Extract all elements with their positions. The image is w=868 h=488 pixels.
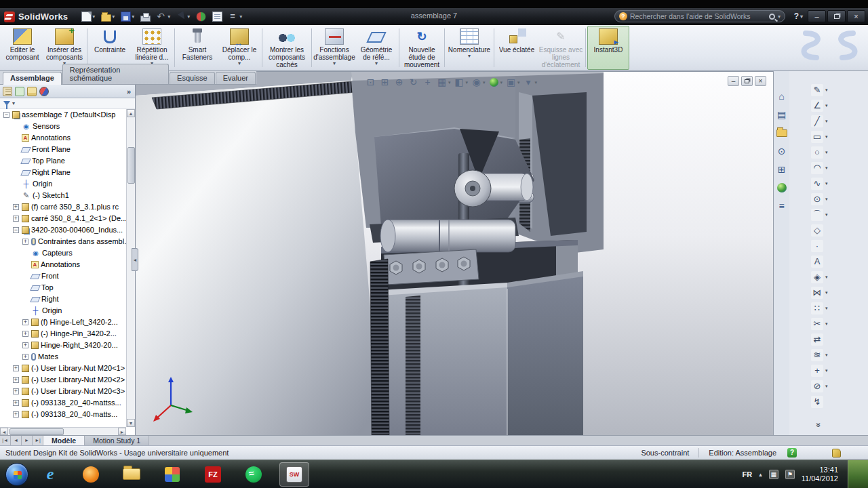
tree-item[interactable]: +Hinge-Right_3420-20... xyxy=(0,340,126,351)
expand-icon[interactable]: + xyxy=(13,377,19,383)
toolbar-more-button[interactable]: » xyxy=(814,423,823,428)
trim-entities-button[interactable]: ✂▾ xyxy=(811,317,828,331)
tree-item[interactable]: ✎(-) Sketch1 xyxy=(0,190,126,201)
expand-icon[interactable]: + xyxy=(13,400,19,406)
tree-item[interactable]: −assemblage 7 (Default<Disp xyxy=(0,109,126,121)
circle-button[interactable]: ○▾ xyxy=(811,146,828,159)
tab-assemblage[interactable]: Assemblage xyxy=(3,72,62,85)
filezilla-taskbar-button[interactable]: FZ xyxy=(198,462,228,487)
panel-overflow-button[interactable]: » xyxy=(127,87,132,96)
view-settings-button[interactable]: ▾▾ xyxy=(523,77,538,88)
edit-appearance-button[interactable]: ▾ xyxy=(488,77,503,88)
tab-scroll-last-button[interactable]: ►| xyxy=(33,436,43,445)
file-explorer-icon[interactable] xyxy=(776,127,788,139)
tree-item[interactable]: Front xyxy=(0,270,126,282)
arc-button[interactable]: ◠▾ xyxy=(811,161,828,175)
view-palette-icon[interactable]: ⊞ xyxy=(776,163,788,176)
model-3d-view[interactable] xyxy=(136,72,773,435)
scrollbar-thumb[interactable] xyxy=(127,147,135,184)
hide-show-items-button[interactable]: ◉▾ xyxy=(471,77,486,88)
motion-study-button[interactable]: Nouvelle étude de mouvement xyxy=(401,26,443,70)
tree-item[interactable]: Top Plane xyxy=(0,155,126,167)
tray-network-icon[interactable]: ▦ xyxy=(769,470,778,479)
assembly-features-button[interactable]: Fonctions d'assemblage▾ xyxy=(313,26,355,70)
display-style-button[interactable]: ◧▾ xyxy=(454,77,469,88)
document-close-button[interactable]: × xyxy=(755,76,766,86)
expand-icon[interactable]: + xyxy=(13,365,19,371)
taskbar-clock[interactable]: 13:41 11/04/2012 xyxy=(802,466,838,483)
tree-item[interactable]: ◉Sensors xyxy=(0,121,126,132)
expand-icon[interactable]: + xyxy=(22,342,28,348)
solidworks-taskbar-button[interactable]: SW xyxy=(279,462,309,487)
search-dropdown-arrow-icon[interactable]: ▾ xyxy=(778,14,781,20)
media-app-taskbar-button[interactable] xyxy=(157,462,187,487)
search-icon[interactable]: ⊙ xyxy=(776,145,788,157)
document-restore-button[interactable] xyxy=(741,76,753,86)
featuremanager-tree-icon[interactable] xyxy=(3,87,12,96)
sketch-button[interactable]: ✎▾ xyxy=(811,83,828,97)
propertymanager-icon[interactable] xyxy=(15,87,24,96)
move-component-button[interactable]: Déplacer le comp...▾ xyxy=(218,26,260,70)
tray-action-center-icon[interactable]: ⚑ xyxy=(785,470,795,479)
print-button[interactable] xyxy=(139,12,152,22)
repair-sketch-button[interactable]: ↯ xyxy=(811,395,828,409)
move-entities-button[interactable]: +▾ xyxy=(811,364,828,378)
collapse-icon[interactable]: − xyxy=(13,227,19,233)
tree-item[interactable]: AAnnotations xyxy=(0,132,126,144)
new-document-button[interactable]: ▾ xyxy=(80,11,96,22)
tree-item[interactable]: ◉Capteurs xyxy=(0,247,126,259)
show-desktop-button[interactable] xyxy=(848,460,868,488)
restore-button[interactable] xyxy=(827,10,846,22)
reference-geometry-button[interactable]: Géométrie de réfé...▾ xyxy=(355,26,397,70)
tray-expand-icon[interactable]: ▴ xyxy=(759,471,762,478)
tree-item[interactable]: +(-) User Library-Nut M20<2> xyxy=(0,374,126,386)
expand-icon[interactable]: + xyxy=(13,411,19,418)
expand-icon[interactable]: + xyxy=(13,388,19,394)
tag-icon[interactable] xyxy=(832,449,841,458)
configurationmanager-icon[interactable] xyxy=(27,87,37,96)
internet-explorer-taskbar-button[interactable]: e xyxy=(35,462,65,487)
ellipse-button[interactable]: ⊙▾ xyxy=(811,192,828,206)
polygon-button[interactable]: ◇ xyxy=(811,224,828,237)
model-tab-mod-le[interactable]: Modèle xyxy=(43,436,85,445)
tree-item[interactable]: +(-) Hinge-Pin_3420-2... xyxy=(0,328,126,340)
tree-item[interactable]: ┼Origin xyxy=(0,178,126,190)
tree-item[interactable]: AAnnotations xyxy=(0,259,126,270)
close-button[interactable]: × xyxy=(847,10,865,22)
graphics-viewport[interactable]: ⊡⊞⊕↻+▦▾◧▾◉▾▾▣▾▾▾ – × xyxy=(136,71,773,435)
solidworks-resources-icon[interactable]: ⌂ xyxy=(776,90,788,102)
model-tab-motion-study-1[interactable]: Motion Study 1 xyxy=(85,436,149,445)
help-search-box[interactable]: ? ▾ xyxy=(614,10,785,22)
save-button[interactable]: ▾ xyxy=(119,11,136,22)
tree-item[interactable]: +(f) carré 350_8_3.1.plus rc xyxy=(0,201,126,213)
tree-item[interactable]: +Contraintes dans assembl... xyxy=(0,236,126,247)
options-button[interactable]: ▾ xyxy=(227,11,243,22)
tree-item[interactable]: +Mates xyxy=(0,351,126,363)
view-orientation-button[interactable]: ▦▾ xyxy=(436,77,451,88)
language-indicator[interactable]: FR xyxy=(743,470,753,479)
tree-item[interactable]: +(-) User Library-Nut M20<1> xyxy=(0,363,126,374)
expand-icon[interactable]: + xyxy=(13,216,19,222)
plane-button[interactable]: ◈▾ xyxy=(811,270,828,284)
firefox-taskbar-button[interactable] xyxy=(76,462,106,487)
offset-entities-button[interactable]: ≋▾ xyxy=(811,348,828,362)
edit-component-button[interactable]: Editer le composant xyxy=(1,26,43,70)
exploded-view-button[interactable]: Vue éclatée xyxy=(496,26,538,70)
expand-icon[interactable]: + xyxy=(22,239,28,245)
rotate-view-button[interactable]: ↻ xyxy=(408,77,419,88)
scrollbar-thumb[interactable] xyxy=(9,428,64,435)
pan-button[interactable]: + xyxy=(422,77,433,88)
expand-icon[interactable]: + xyxy=(13,204,19,210)
tree-item[interactable]: Right xyxy=(0,293,126,305)
point-button[interactable]: · xyxy=(811,239,828,253)
zoom-area-button[interactable]: ⊞ xyxy=(379,77,391,88)
displaymanager-icon[interactable] xyxy=(39,87,49,96)
tab-scroll-next-button[interactable]: ► xyxy=(22,436,33,445)
scroll-up-icon[interactable]: ▲ xyxy=(127,109,135,117)
tree-item[interactable]: Front Plane xyxy=(0,144,126,155)
mirror-entities-button[interactable]: ⋈▾ xyxy=(811,286,828,300)
tab-repr-sentation-sch-matique[interactable]: Représentation schématique xyxy=(62,64,169,84)
expand-icon[interactable]: + xyxy=(22,319,28,325)
search-input[interactable] xyxy=(630,12,766,20)
apply-scene-button[interactable]: ▣▾ xyxy=(505,77,520,88)
